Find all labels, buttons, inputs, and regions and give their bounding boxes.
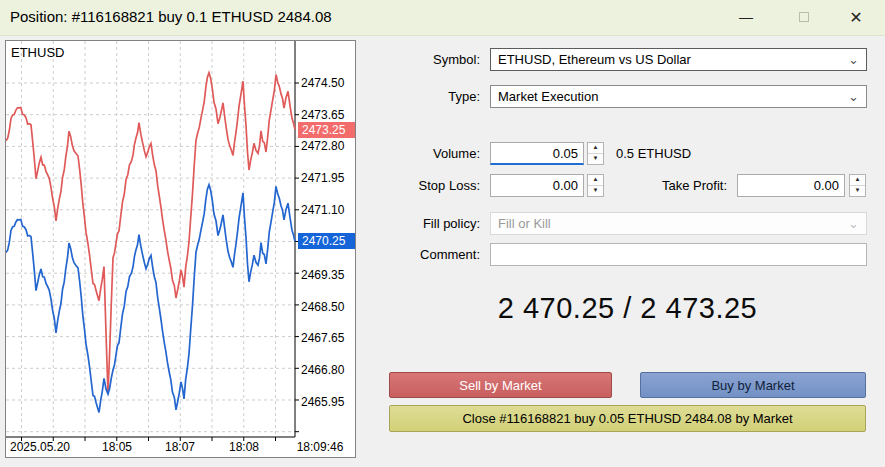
arrow-up-icon: ▲ [593, 176, 599, 182]
arrow-up-icon: ▲ [855, 176, 861, 182]
stop-loss-input[interactable] [490, 174, 584, 197]
chart-symbol-label: ETHUSD [11, 45, 64, 60]
dialog-body: ETHUSD 2473.25 2470.25 2474.502473.65247… [0, 36, 885, 467]
tick-chart-panel: ETHUSD 2473.25 2470.25 2474.502473.65247… [5, 40, 356, 458]
arrow-down-icon: ▼ [855, 187, 861, 193]
close-position-button[interactable]: Close #116168821 buy 0.05 ETHUSD 2484.08… [389, 405, 866, 432]
volume-label: Volume: [380, 142, 480, 165]
x-axis-label: 2025.05.20 [5, 440, 82, 455]
maximize-button [781, 0, 827, 34]
x-axis-label: 18:09:46 [278, 440, 356, 455]
stop-loss-spinner-down[interactable]: ▼ [588, 186, 603, 197]
symbol-select-value: ETHUSD, Ethereum vs US Dollar [498, 52, 691, 67]
stop-loss-spinner: ▲ ▼ [587, 174, 604, 197]
sell-by-market-button[interactable]: Sell by Market [389, 372, 612, 398]
bid-line [6, 185, 295, 413]
minimize-icon: — [739, 9, 753, 25]
fill-policy-label: Fill policy: [380, 212, 480, 235]
chevron-down-icon: ⌄ [848, 49, 859, 70]
y-axis-label: 2472.80 [301, 139, 355, 155]
type-select[interactable]: Market Execution ⌄ [490, 85, 867, 108]
take-profit-spinner-up[interactable]: ▲ [850, 175, 865, 186]
comment-input[interactable] [490, 243, 867, 266]
comment-label: Comment: [380, 243, 480, 266]
bid-price-badge: 2470.25 [298, 233, 355, 249]
type-select-value: Market Execution [498, 89, 598, 104]
minimize-button[interactable]: — [723, 0, 769, 34]
chevron-down-icon: ⌄ [848, 213, 859, 234]
volume-spinner: ▲ ▼ [587, 142, 604, 165]
fill-policy-select: Fill or Kill ⌄ [490, 212, 867, 235]
chevron-down-icon: ⌄ [848, 86, 859, 107]
y-axis-label: 2474.50 [301, 76, 355, 92]
quote-display: 2 470.25 / 2 473.25 [389, 292, 866, 325]
symbol-label: Symbol: [380, 48, 480, 71]
position-dialog-window: Position: #116168821 buy 0.1 ETHUSD 2484… [0, 0, 885, 467]
symbol-select[interactable]: ETHUSD, Ethereum vs US Dollar ⌄ [490, 48, 867, 71]
y-axis-label: 2465.95 [301, 395, 355, 411]
y-axis-label: 2471.10 [301, 203, 355, 219]
y-axis-label: 2466.80 [301, 363, 355, 379]
take-profit-input[interactable] [737, 174, 845, 197]
y-axis-label: 2473.65 [301, 108, 355, 124]
stop-loss-label: Stop Loss: [380, 174, 480, 197]
volume-suffix: 0.5 ETHUSD [616, 142, 691, 165]
take-profit-label: Take Profit: [627, 174, 727, 197]
close-icon: ✕ [849, 9, 862, 26]
y-axis-label: 2467.65 [301, 331, 355, 347]
y-axis-label: 2471.95 [301, 171, 355, 187]
y-axis-label: 2468.50 [301, 300, 355, 316]
stop-loss-spinner-up[interactable]: ▲ [588, 175, 603, 186]
close-button[interactable]: ✕ [833, 0, 879, 34]
buy-by-market-button[interactable]: Buy by Market [640, 372, 866, 398]
x-axis-label: 18:08 [202, 440, 286, 455]
window-title: Position: #116168821 buy 0.1 ETHUSD 2484… [10, 8, 332, 25]
take-profit-spinner: ▲ ▼ [849, 174, 866, 197]
fill-policy-value: Fill or Kill [498, 216, 551, 231]
arrow-down-icon: ▼ [593, 187, 599, 193]
y-axis-label: 2469.35 [301, 268, 355, 284]
take-profit-spinner-down[interactable]: ▼ [850, 186, 865, 197]
volume-spinner-up[interactable]: ▲ [588, 143, 603, 154]
maximize-icon [799, 12, 809, 22]
arrow-up-icon: ▲ [593, 144, 599, 150]
volume-input[interactable] [490, 142, 584, 165]
volume-spinner-down[interactable]: ▼ [588, 154, 603, 165]
ask-price-badge: 2473.25 [298, 122, 355, 138]
titlebar: Position: #116168821 buy 0.1 ETHUSD 2484… [0, 0, 885, 36]
ask-line [6, 73, 295, 394]
type-label: Type: [380, 85, 480, 108]
arrow-down-icon: ▼ [593, 155, 599, 161]
